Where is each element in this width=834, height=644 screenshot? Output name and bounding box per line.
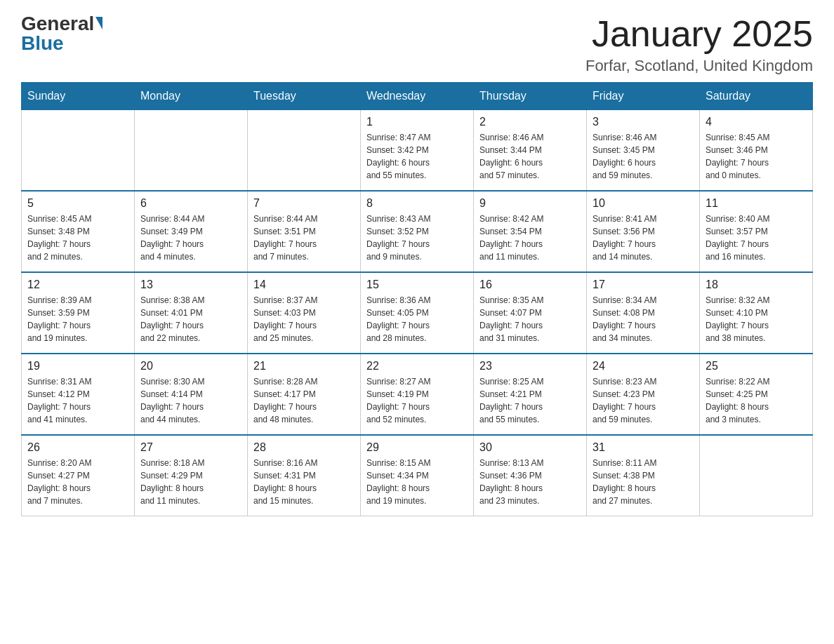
day-number: 20 [140,360,241,373]
col-header-thursday: Thursday [474,83,587,110]
day-info: Sunrise: 8:30 AM Sunset: 4:14 PM Dayligh… [140,375,241,426]
calendar-cell: 16Sunrise: 8:35 AM Sunset: 4:07 PM Dayli… [474,272,587,354]
calendar-week-2: 5Sunrise: 8:45 AM Sunset: 3:48 PM Daylig… [22,191,813,272]
day-number: 19 [27,360,128,373]
calendar-cell: 18Sunrise: 8:32 AM Sunset: 4:10 PM Dayli… [700,272,813,354]
day-info: Sunrise: 8:37 AM Sunset: 4:03 PM Dayligh… [253,294,355,344]
day-number: 17 [593,279,694,291]
calendar-cell: 13Sunrise: 8:38 AM Sunset: 4:01 PM Dayli… [135,272,248,354]
col-header-friday: Friday [587,83,700,110]
calendar-week-5: 26Sunrise: 8:20 AM Sunset: 4:27 PM Dayli… [22,435,813,516]
day-number: 1 [366,116,468,128]
logo: General Blue [21,14,102,53]
day-number: 9 [479,197,581,210]
logo-blue-text: Blue [21,34,64,53]
calendar-cell: 26Sunrise: 8:20 AM Sunset: 4:27 PM Dayli… [22,435,135,516]
day-number: 26 [27,441,128,454]
day-number: 16 [479,279,581,291]
day-info: Sunrise: 8:15 AM Sunset: 4:34 PM Dayligh… [366,457,468,507]
day-number: 4 [706,116,807,128]
day-info: Sunrise: 8:45 AM Sunset: 3:46 PM Dayligh… [706,131,807,182]
calendar-cell: 6Sunrise: 8:44 AM Sunset: 3:49 PM Daylig… [135,191,248,272]
day-info: Sunrise: 8:27 AM Sunset: 4:19 PM Dayligh… [366,375,468,426]
day-info: Sunrise: 8:46 AM Sunset: 3:45 PM Dayligh… [593,131,694,182]
day-number: 5 [27,197,128,210]
day-number: 24 [593,360,694,373]
calendar-cell: 23Sunrise: 8:25 AM Sunset: 4:21 PM Dayli… [474,354,587,435]
day-info: Sunrise: 8:45 AM Sunset: 3:48 PM Dayligh… [27,213,128,263]
day-info: Sunrise: 8:36 AM Sunset: 4:05 PM Dayligh… [366,294,468,344]
day-number: 3 [593,116,694,128]
day-number: 21 [253,360,355,373]
col-header-monday: Monday [135,83,248,110]
calendar-week-4: 19Sunrise: 8:31 AM Sunset: 4:12 PM Dayli… [22,354,813,435]
day-info: Sunrise: 8:11 AM Sunset: 4:38 PM Dayligh… [593,457,694,507]
day-info: Sunrise: 8:38 AM Sunset: 4:01 PM Dayligh… [140,294,241,344]
day-number: 27 [140,441,241,454]
calendar-cell: 5Sunrise: 8:45 AM Sunset: 3:48 PM Daylig… [22,191,135,272]
calendar-cell: 4Sunrise: 8:45 AM Sunset: 3:46 PM Daylig… [700,110,813,192]
month-title: January 2025 [585,14,813,54]
day-info: Sunrise: 8:34 AM Sunset: 4:08 PM Dayligh… [593,294,694,344]
day-number: 12 [27,279,128,291]
calendar-cell [22,110,135,192]
calendar-cell: 27Sunrise: 8:18 AM Sunset: 4:29 PM Dayli… [135,435,248,516]
day-number: 23 [479,360,581,373]
calendar-cell [248,110,361,192]
calendar-cell: 25Sunrise: 8:22 AM Sunset: 4:25 PM Dayli… [700,354,813,435]
location-subtitle: Forfar, Scotland, United Kingdom [585,57,813,75]
day-info: Sunrise: 8:31 AM Sunset: 4:12 PM Dayligh… [27,375,128,426]
day-number: 7 [253,197,355,210]
day-number: 2 [479,116,581,128]
day-info: Sunrise: 8:41 AM Sunset: 3:56 PM Dayligh… [593,213,694,263]
calendar-cell: 31Sunrise: 8:11 AM Sunset: 4:38 PM Dayli… [587,435,700,516]
day-number: 30 [479,441,581,454]
calendar-cell: 19Sunrise: 8:31 AM Sunset: 4:12 PM Dayli… [22,354,135,435]
calendar-cell: 7Sunrise: 8:44 AM Sunset: 3:51 PM Daylig… [248,191,361,272]
calendar-cell: 10Sunrise: 8:41 AM Sunset: 3:56 PM Dayli… [587,191,700,272]
calendar-cell: 30Sunrise: 8:13 AM Sunset: 4:36 PM Dayli… [474,435,587,516]
day-number: 18 [706,279,807,291]
calendar-cell: 22Sunrise: 8:27 AM Sunset: 4:19 PM Dayli… [361,354,474,435]
day-info: Sunrise: 8:35 AM Sunset: 4:07 PM Dayligh… [479,294,581,344]
day-number: 6 [140,197,241,210]
calendar-cell: 12Sunrise: 8:39 AM Sunset: 3:59 PM Dayli… [22,272,135,354]
day-number: 13 [140,279,241,291]
day-number: 11 [706,197,807,210]
col-header-wednesday: Wednesday [361,83,474,110]
day-info: Sunrise: 8:32 AM Sunset: 4:10 PM Dayligh… [706,294,807,344]
calendar-cell: 28Sunrise: 8:16 AM Sunset: 4:31 PM Dayli… [248,435,361,516]
calendar-cell: 21Sunrise: 8:28 AM Sunset: 4:17 PM Dayli… [248,354,361,435]
calendar-cell [135,110,248,192]
calendar-cell: 1Sunrise: 8:47 AM Sunset: 3:42 PM Daylig… [361,110,474,192]
calendar-table: SundayMondayTuesdayWednesdayThursdayFrid… [21,82,813,516]
calendar-cell: 11Sunrise: 8:40 AM Sunset: 3:57 PM Dayli… [700,191,813,272]
day-number: 28 [253,441,355,454]
day-number: 25 [706,360,807,373]
day-info: Sunrise: 8:23 AM Sunset: 4:23 PM Dayligh… [593,375,694,426]
calendar-week-1: 1Sunrise: 8:47 AM Sunset: 3:42 PM Daylig… [22,110,813,192]
calendar-cell: 9Sunrise: 8:42 AM Sunset: 3:54 PM Daylig… [474,191,587,272]
day-number: 8 [366,197,468,210]
day-info: Sunrise: 8:18 AM Sunset: 4:29 PM Dayligh… [140,457,241,507]
day-number: 22 [366,360,468,373]
day-info: Sunrise: 8:43 AM Sunset: 3:52 PM Dayligh… [366,213,468,263]
col-header-tuesday: Tuesday [248,83,361,110]
day-number: 29 [366,441,468,454]
title-block: January 2025 Forfar, Scotland, United Ki… [585,14,813,75]
calendar-cell: 3Sunrise: 8:46 AM Sunset: 3:45 PM Daylig… [587,110,700,192]
calendar-header-row: SundayMondayTuesdayWednesdayThursdayFrid… [22,83,813,110]
logo-general-text: General [21,14,94,34]
calendar-cell: 15Sunrise: 8:36 AM Sunset: 4:05 PM Dayli… [361,272,474,354]
day-info: Sunrise: 8:47 AM Sunset: 3:42 PM Dayligh… [366,131,468,182]
day-number: 31 [593,441,694,454]
col-header-saturday: Saturday [700,83,813,110]
day-info: Sunrise: 8:42 AM Sunset: 3:54 PM Dayligh… [479,213,581,263]
calendar-cell: 17Sunrise: 8:34 AM Sunset: 4:08 PM Dayli… [587,272,700,354]
day-info: Sunrise: 8:46 AM Sunset: 3:44 PM Dayligh… [479,131,581,182]
day-info: Sunrise: 8:16 AM Sunset: 4:31 PM Dayligh… [253,457,355,507]
calendar-cell: 29Sunrise: 8:15 AM Sunset: 4:34 PM Dayli… [361,435,474,516]
day-number: 15 [366,279,468,291]
day-info: Sunrise: 8:13 AM Sunset: 4:36 PM Dayligh… [479,457,581,507]
day-info: Sunrise: 8:44 AM Sunset: 3:49 PM Dayligh… [140,213,241,263]
